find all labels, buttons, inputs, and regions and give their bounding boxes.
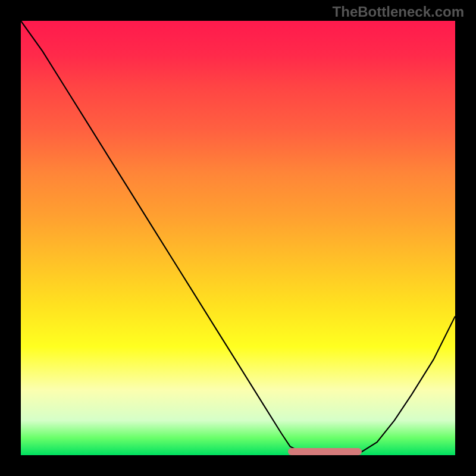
watermark-text: TheBottleneck.com bbox=[333, 4, 464, 20]
plot-area bbox=[21, 21, 455, 455]
curve-line bbox=[21, 21, 455, 455]
highlight-segment bbox=[288, 448, 362, 455]
chart-svg bbox=[21, 21, 455, 455]
